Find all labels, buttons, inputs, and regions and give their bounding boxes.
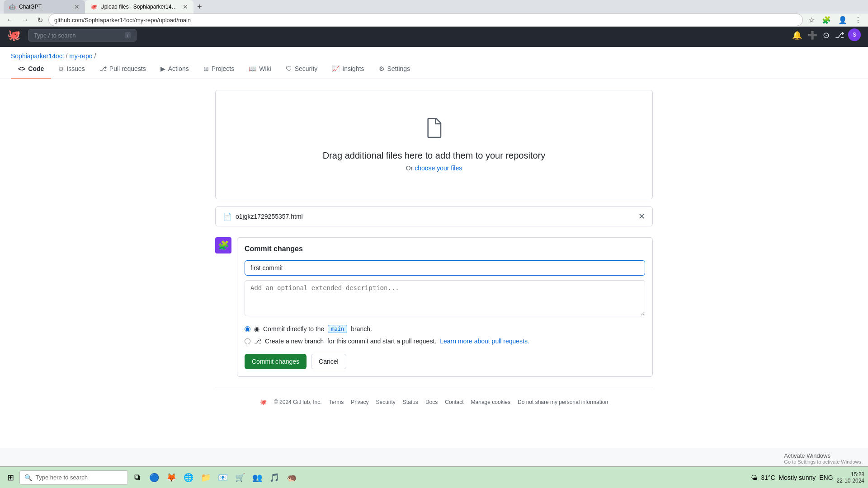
browser-tabs: 🤖 ChatGPT ✕ 🐙 Upload files · Sophiaparke… (0, 0, 868, 14)
user-avatar[interactable]: S (848, 28, 861, 41)
taskbar-clock: 15:28 22-10-2024 (837, 471, 864, 484)
pr-button[interactable]: ⎇ (833, 28, 846, 42)
address-bar[interactable]: github.com/Sophiaparker14oct/my-repo/upl… (48, 14, 803, 26)
browser-toolbar: ← → ↻ github.com/Sophiaparker14oct/my-re… (0, 14, 868, 27)
taskbar-date-value: 22-10-2024 (837, 478, 864, 484)
taskbar-spotify[interactable]: 🎵 (267, 470, 282, 485)
tab-settings-label: Settings (387, 65, 410, 72)
new-tab-button[interactable]: + (193, 0, 206, 14)
taskbar-chrome[interactable]: 🌐 (181, 470, 196, 485)
commit-new-branch-option[interactable]: ⎇ Create a new branch for this commit an… (245, 338, 645, 345)
repo-nav-wrapper: Sophiaparker14oct / my-repo / <> Code ⊙ … (0, 47, 868, 79)
browser-tab-github[interactable]: 🐙 Upload files · Sophiaparker14o... ✕ (85, 0, 193, 14)
commit-direct-option[interactable]: ◉ Commit directly to the main branch. (245, 325, 645, 333)
taskbar-filemanager[interactable]: 📁 (198, 470, 213, 485)
browser-tab-chatgpt[interactable]: 🤖 ChatGPT ✕ (4, 0, 85, 14)
browser-action-icons: ☆ 🧩 👤 ⋮ (806, 14, 864, 26)
breadcrumb: Sophiaparker14oct / my-repo / (11, 47, 857, 60)
file-item: 📄 o1jgkz1729255357.html ✕ (215, 206, 653, 226)
commit-avatar-row: 🧩 Commit changes ◉ Commit directly to th… (215, 237, 653, 377)
taskbar-taskview[interactable]: ⧉ (130, 470, 144, 485)
code-icon: <> (18, 65, 25, 72)
notifications-button[interactable]: 🔔 (790, 28, 804, 42)
tab-pull-requests[interactable]: ⎇ Pull requests (92, 60, 153, 79)
footer-status-link[interactable]: Status (403, 399, 418, 405)
win-activate-sub: Go to Settings to activate Windows. (784, 459, 863, 465)
footer-security-link[interactable]: Security (376, 399, 395, 405)
learn-more-link[interactable]: Learn more about pull requests. (440, 338, 529, 345)
upload-box[interactable]: Drag additional files here to add them t… (215, 90, 653, 199)
taskbar-store[interactable]: 🛒 (233, 470, 247, 485)
forward-button[interactable]: → (19, 14, 32, 26)
tab-projects[interactable]: ⊞ Projects (196, 60, 242, 79)
reload-button[interactable]: ↻ (34, 14, 46, 26)
footer-cookies-link[interactable]: Manage cookies (471, 399, 510, 405)
taskbar-mail[interactable]: 📧 (216, 470, 230, 485)
cancel-button[interactable]: Cancel (311, 354, 346, 369)
tab-security[interactable]: 🛡 Security (278, 60, 325, 79)
github-logo[interactable]: 🐙 (7, 29, 21, 42)
tab-insights-label: Insights (342, 65, 364, 72)
github-tab-close[interactable]: ✕ (183, 3, 188, 10)
footer-terms-link[interactable]: Terms (329, 399, 344, 405)
footer-privacy-info-link[interactable]: Do not share my personal information (518, 399, 608, 405)
commit-description-textarea[interactable] (245, 280, 645, 316)
tab-issues-label: Issues (66, 65, 85, 72)
insights-icon: 📈 (332, 65, 340, 72)
footer-docs-link[interactable]: Docs (425, 399, 438, 405)
main-content: Drag additional files here to add them t… (208, 90, 660, 416)
taskbar-teams[interactable]: 👥 (250, 470, 264, 485)
tab-code[interactable]: <> Code (11, 60, 51, 79)
upload-subtitle: Or choose your files (225, 164, 643, 172)
tab-settings[interactable]: ⚙ Settings (372, 60, 418, 79)
github-favicon: 🐙 (90, 4, 97, 10)
footer-privacy-link[interactable]: Privacy (351, 399, 368, 405)
file-item-remove-button[interactable]: ✕ (638, 211, 645, 221)
upload-title: Drag additional files here to add them t… (225, 150, 643, 161)
issues-icon: ⊙ (58, 65, 64, 72)
github-footer: 🐙 © 2024 GitHub, Inc. Terms Privacy Secu… (215, 388, 653, 416)
commit-direct-radio[interactable] (245, 326, 250, 332)
commit-options: ◉ Commit directly to the main branch. ⎇ … (245, 325, 645, 345)
commit-new-branch-radio[interactable] (245, 338, 250, 344)
profile-button[interactable]: 👤 (835, 14, 850, 26)
taskbar-search-text: Type here to search (36, 474, 88, 481)
chatgpt-tab-close[interactable]: ✕ (74, 3, 80, 10)
branch-badge: main (328, 325, 347, 333)
settings-icon: ⚙ (379, 65, 385, 72)
tab-pr-label: Pull requests (109, 65, 146, 72)
taskbar-search-icon: 🔍 (24, 474, 32, 481)
tab-wiki[interactable]: 📖 Wiki (241, 60, 278, 79)
issue-button[interactable]: ⊙ (821, 28, 831, 42)
taskbar-time-value: 15:28 (837, 471, 864, 478)
tab-issues[interactable]: ⊙ Issues (51, 60, 92, 79)
file-item-name: o1jgkz1729255357.html (236, 213, 303, 220)
commit-message-input[interactable] (245, 260, 645, 276)
taskbar-firefox[interactable]: 🦊 (164, 470, 179, 485)
taskbar-search-box[interactable]: 🔍 Type here to search (19, 470, 128, 485)
github-header: 🐙 Type / to search / 🔔 ➕ ⊙ ⎇ S (0, 23, 868, 47)
plus-button[interactable]: ➕ (806, 28, 819, 42)
extensions-button[interactable]: 🧩 (819, 14, 834, 26)
choose-files-link[interactable]: choose your files (415, 164, 462, 172)
taskbar-edge[interactable]: 🔵 (147, 470, 161, 485)
file-icon: 📄 (223, 212, 232, 221)
pr-icon: ⎇ (99, 65, 107, 72)
commit-form: Commit changes ◉ Commit directly to the … (237, 237, 653, 377)
actions-icon: ▶ (160, 65, 165, 72)
github-nav-icons: 🔔 ➕ ⊙ ⎇ S (790, 28, 861, 42)
breadcrumb-user-link[interactable]: Sophiaparker14oct (11, 52, 64, 60)
footer-contact-link[interactable]: Contact (445, 399, 463, 405)
bookmark-button[interactable]: ☆ (806, 14, 817, 26)
start-button[interactable]: ⊞ (4, 471, 18, 484)
commit-changes-button[interactable]: Commit changes (245, 354, 307, 369)
tab-actions[interactable]: ▶ Actions (153, 60, 196, 79)
menu-button[interactable]: ⋮ (852, 14, 864, 26)
tab-insights[interactable]: 📈 Insights (325, 60, 371, 79)
back-button[interactable]: ← (4, 14, 16, 26)
breadcrumb-repo-link[interactable]: my-repo (69, 52, 92, 60)
github-search-box[interactable]: Type / to search / (28, 29, 137, 42)
taskbar-hedgehog[interactable]: 🦔 (284, 470, 299, 485)
taskbar-weather: Mostly sunny (779, 474, 816, 481)
pr-branch-icon: ⎇ (254, 338, 261, 345)
